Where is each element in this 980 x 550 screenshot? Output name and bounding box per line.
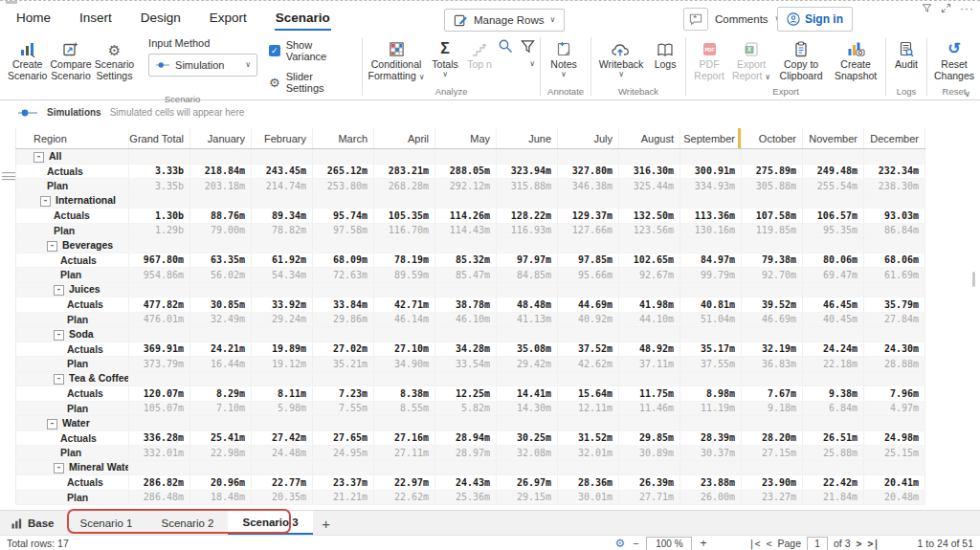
value-cell[interactable]: [864, 238, 925, 253]
value-cell[interactable]: 4.97m: [864, 401, 925, 416]
value-cell[interactable]: [435, 460, 497, 475]
value-cell[interactable]: 123.56m: [619, 223, 680, 238]
value-cell[interactable]: 8.98m: [680, 386, 742, 402]
value-cell[interactable]: 119.85m: [742, 223, 803, 238]
value-cell[interactable]: [313, 327, 374, 342]
value-cell[interactable]: [803, 460, 864, 475]
value-cell[interactable]: [803, 238, 864, 253]
value-cell[interactable]: 25.36m: [435, 490, 497, 505]
value-cell[interactable]: 9.38m: [803, 386, 864, 402]
value-cell[interactable]: [803, 149, 864, 165]
value-cell[interactable]: 22.42m: [803, 475, 864, 491]
value-cell[interactable]: [558, 416, 619, 431]
value-cell[interactable]: 33.92m: [252, 297, 313, 313]
value-cell[interactable]: [864, 193, 925, 209]
value-cell[interactable]: 32.19m: [742, 341, 803, 357]
value-cell[interactable]: 275.89m: [742, 164, 803, 179]
value-cell[interactable]: 323.94m: [497, 164, 558, 179]
measure-row-label[interactable]: Plan: [16, 179, 129, 194]
value-cell[interactable]: 30.89m: [619, 446, 680, 461]
filter-icon[interactable]: [922, 3, 932, 13]
collapse-toggle-icon[interactable]: -: [54, 330, 64, 341]
value-cell[interactable]: 20.48m: [864, 490, 925, 505]
value-cell[interactable]: [190, 149, 252, 165]
column-header-july[interactable]: July: [558, 128, 619, 149]
value-cell[interactable]: 92.67m: [619, 268, 680, 283]
value-cell[interactable]: 32.01m: [558, 446, 619, 461]
value-cell[interactable]: 33.54m: [435, 357, 497, 372]
value-cell[interactable]: 24.30m: [864, 341, 925, 357]
value-cell[interactable]: 477.82m: [129, 297, 190, 313]
create-snapshot-button[interactable]: Create Snapshot: [829, 35, 882, 82]
value-cell[interactable]: [313, 371, 374, 386]
manage-rows-button[interactable]: Manage Rows ∨: [444, 9, 565, 32]
value-cell[interactable]: [680, 193, 742, 209]
value-cell[interactable]: 22.77m: [252, 475, 313, 491]
collapse-toggle-icon[interactable]: -: [54, 463, 64, 473]
value-cell[interactable]: 8.11m: [252, 386, 313, 402]
filter-icon[interactable]: [521, 39, 535, 54]
value-cell[interactable]: 28.88m: [864, 357, 925, 372]
collapse-toggle-icon[interactable]: -: [54, 374, 64, 385]
value-cell[interactable]: 56.02m: [190, 268, 252, 283]
ribbon-tab-export[interactable]: Export: [209, 6, 248, 31]
value-cell[interactable]: 28.20m: [742, 430, 803, 446]
value-cell[interactable]: 369.91m: [129, 341, 190, 357]
value-cell[interactable]: [680, 371, 742, 386]
value-cell[interactable]: 32.08m: [497, 446, 558, 461]
value-cell[interactable]: 24.24m: [803, 341, 864, 357]
value-cell[interactable]: 253.80m: [313, 179, 374, 194]
value-cell[interactable]: 25.41m: [190, 430, 252, 446]
value-cell[interactable]: 23.88m: [680, 475, 742, 491]
value-cell[interactable]: 27.65m: [313, 430, 374, 446]
value-cell[interactable]: 25.15m: [864, 446, 925, 461]
column-header-june[interactable]: June: [497, 128, 558, 149]
export-report-button[interactable]: X Export Report ∨: [729, 35, 773, 82]
value-cell[interactable]: [374, 193, 435, 209]
value-cell[interactable]: 203.18m: [190, 179, 252, 194]
value-cell[interactable]: 46.10m: [435, 312, 497, 327]
previous-page-button[interactable]: <: [766, 539, 771, 549]
value-cell[interactable]: 26.51m: [803, 430, 864, 446]
row-drag-handle-icon[interactable]: ──────: [2, 171, 15, 182]
value-cell[interactable]: 37.11m: [619, 357, 680, 372]
value-cell[interactable]: 54.34m: [252, 268, 313, 283]
writeback-logs-button[interactable]: Logs: [648, 35, 682, 71]
value-cell[interactable]: 22.18m: [803, 357, 864, 372]
measure-row-label[interactable]: Plan: [16, 312, 129, 327]
value-cell[interactable]: [864, 327, 925, 342]
value-cell[interactable]: 48.92m: [619, 341, 680, 357]
value-cell[interactable]: 14.30m: [497, 401, 558, 416]
collapse-toggle-icon[interactable]: -: [47, 241, 57, 252]
value-cell[interactable]: 36.83m: [742, 357, 803, 372]
value-cell[interactable]: 34.28m: [435, 341, 497, 357]
scenario-tab-scenario-1[interactable]: Scenario 1: [66, 511, 147, 536]
value-cell[interactable]: 27.42m: [252, 430, 313, 446]
value-cell[interactable]: 1.30b: [129, 209, 190, 224]
value-cell[interactable]: 31.52m: [558, 430, 619, 446]
copy-to-clipboard-button[interactable]: Copy to Clipboard: [773, 35, 829, 82]
value-cell[interactable]: 218.84m: [190, 164, 252, 179]
value-cell[interactable]: 42.71m: [374, 297, 435, 313]
measure-row-label[interactable]: Plan: [16, 268, 129, 283]
scenario-tab-scenario-2[interactable]: Scenario 2: [146, 511, 228, 536]
value-cell[interactable]: 51.04m: [680, 312, 742, 327]
value-cell[interactable]: 86.84m: [864, 223, 925, 238]
value-cell[interactable]: 26.97m: [497, 475, 558, 491]
value-cell[interactable]: 28.94m: [435, 430, 497, 446]
value-cell[interactable]: 7.55m: [313, 401, 374, 416]
value-cell[interactable]: [864, 416, 925, 431]
value-cell[interactable]: [129, 149, 190, 165]
value-cell[interactable]: [864, 282, 925, 297]
value-cell[interactable]: 69.47m: [803, 268, 864, 283]
column-header-september[interactable]: September: [680, 128, 742, 149]
measure-row-label[interactable]: Actuals: [16, 209, 129, 224]
comments-button[interactable]: Comments ∨: [683, 9, 780, 30]
value-cell[interactable]: 95.35m: [803, 223, 864, 238]
value-cell[interactable]: 30.01m: [558, 490, 619, 505]
create-scenario-button[interactable]: Create Scenario: [6, 35, 49, 82]
measure-row-label[interactable]: Actuals: [16, 386, 129, 402]
value-cell[interactable]: 20.35m: [252, 490, 313, 505]
value-cell[interactable]: 85.47m: [435, 268, 497, 283]
value-cell[interactable]: 26.39m: [619, 475, 680, 491]
